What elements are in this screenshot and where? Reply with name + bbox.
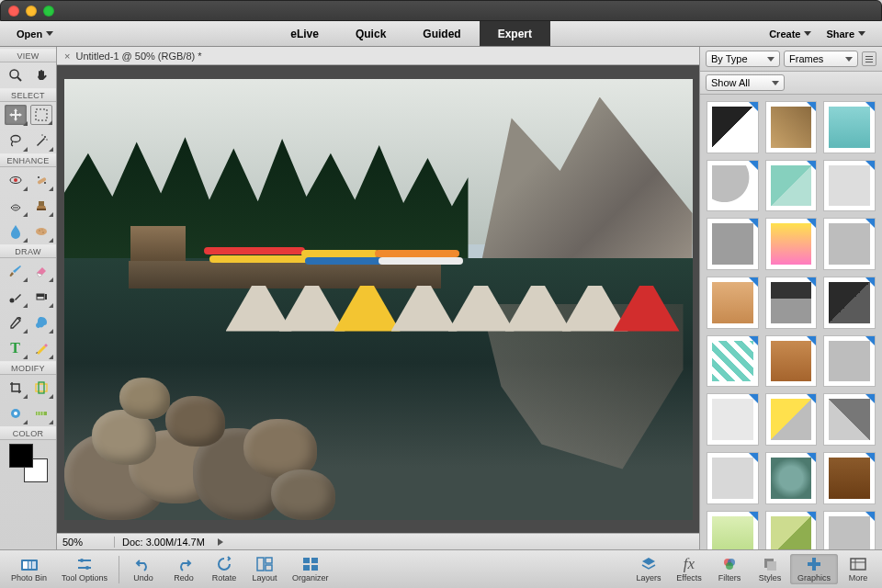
marquee-tool[interactable] — [30, 105, 52, 125]
canvas[interactable] — [64, 79, 693, 520]
mode-tab-guided[interactable]: Guided — [404, 21, 479, 46]
cookie-cutter-tool[interactable] — [5, 403, 27, 424]
close-window-icon[interactable] — [8, 6, 19, 17]
clone-stamp-tool[interactable] — [30, 196, 52, 216]
layout-button[interactable]: Layout — [244, 554, 285, 584]
sort-dropdown[interactable]: By Type — [706, 51, 780, 67]
mode-tab-expert[interactable]: Expert — [480, 21, 550, 46]
button-label: Photo Bin — [11, 573, 47, 582]
play-icon[interactable] — [218, 538, 223, 546]
organizer-button[interactable]: Organizer — [285, 554, 336, 584]
share-menu[interactable]: Share — [820, 25, 871, 43]
frame-thumbnail[interactable] — [765, 452, 818, 504]
frame-thumbnail[interactable] — [765, 511, 818, 549]
styles-button[interactable]: Styles — [750, 554, 790, 584]
frame-thumbnail[interactable] — [707, 335, 759, 388]
frame-thumbnail[interactable] — [707, 511, 759, 549]
color-swatches[interactable] — [9, 444, 48, 482]
redeye-tool[interactable] — [5, 170, 27, 190]
frame-thumbnail[interactable] — [765, 101, 818, 153]
frame-thumbnail[interactable] — [823, 160, 876, 212]
spot-heal-tool[interactable] — [30, 170, 52, 190]
frame-thumbnail[interactable] — [765, 218, 818, 270]
frame-thumbnail[interactable] — [823, 277, 876, 329]
redo-button[interactable]: Redo — [164, 554, 204, 584]
panel-menu-icon[interactable] — [862, 51, 876, 66]
frame-thumbnail[interactable] — [823, 452, 876, 504]
svg-point-0 — [10, 70, 18, 78]
paint-bucket-tool[interactable] — [30, 287, 52, 307]
svg-rect-12 — [39, 201, 44, 206]
tool-header-draw: DRAW — [0, 244, 56, 258]
layers-button[interactable]: Layers — [628, 554, 669, 584]
zoom-value[interactable]: 50% — [62, 537, 105, 548]
photo-bin-button[interactable]: Photo Bin — [4, 554, 54, 584]
blur-tool[interactable] — [5, 221, 27, 242]
button-label: Graphics — [797, 573, 831, 582]
pencil-tool[interactable] — [5, 287, 27, 307]
svg-point-18 — [9, 299, 14, 303]
text-tool[interactable]: T — [5, 338, 27, 358]
button-label: Organizer — [292, 573, 329, 582]
mode-tab-quick[interactable]: Quick — [337, 21, 404, 46]
hand-tool[interactable] — [30, 65, 52, 85]
frame-thumbnail[interactable] — [823, 218, 876, 270]
frame-thumbnail[interactable] — [707, 452, 759, 504]
rotate-button[interactable]: Rotate — [204, 554, 244, 584]
eraser-tool[interactable] — [30, 261, 52, 281]
document-tab[interactable]: × Untitled-1 @ 50% (RGB/8) * — [57, 47, 209, 64]
frame-thumbnail[interactable] — [765, 277, 818, 329]
close-tab-icon[interactable]: × — [64, 51, 70, 62]
svg-point-47 — [726, 562, 733, 570]
pen-tool[interactable] — [30, 338, 52, 358]
frame-thumbnail[interactable] — [823, 393, 876, 446]
graphics-button[interactable]: Graphics — [790, 554, 838, 584]
svg-point-8 — [14, 178, 17, 182]
magic-wand-tool[interactable] — [30, 130, 52, 151]
category-dropdown[interactable]: Frames — [784, 51, 858, 67]
filters-button[interactable]: Filters — [709, 554, 750, 584]
recompose-tool[interactable] — [30, 378, 52, 398]
fullscreen-window-icon[interactable] — [43, 6, 54, 17]
canvas-viewport[interactable] — [57, 65, 699, 533]
minimize-window-icon[interactable] — [26, 6, 37, 17]
move-tool[interactable] — [5, 105, 27, 125]
frame-thumbnail[interactable] — [823, 101, 876, 153]
straighten-tool[interactable] — [30, 403, 52, 424]
shape-tool[interactable] — [30, 312, 52, 333]
frame-thumbnail[interactable] — [707, 393, 759, 446]
category-label: Frames — [789, 53, 823, 64]
graphics-panel: By Type Frames Show All — [700, 47, 882, 549]
create-menu[interactable]: Create — [763, 25, 817, 43]
mode-tab-elive[interactable]: eLive — [272, 21, 337, 46]
more-button[interactable]: More — [838, 554, 878, 584]
frame-thumbnail[interactable] — [765, 335, 818, 388]
frame-thumbnail[interactable] — [707, 218, 759, 270]
frame-thumbnail[interactable] — [765, 393, 818, 446]
frame-thumbnail-grid — [700, 95, 882, 549]
frame-thumbnail[interactable] — [707, 277, 759, 329]
frame-thumbnail[interactable] — [765, 160, 818, 212]
zoom-tool[interactable] — [5, 65, 27, 85]
frame-thumbnail[interactable] — [707, 101, 759, 153]
sponge-tool[interactable] — [30, 221, 52, 242]
tool-header-select: SELECT — [0, 88, 56, 102]
svg-rect-49 — [767, 561, 776, 571]
frame-thumbnail[interactable] — [823, 335, 876, 388]
svg-rect-44 — [311, 565, 318, 571]
eyedropper-tool[interactable] — [5, 312, 27, 333]
frame-thumbnail[interactable] — [823, 511, 876, 549]
whiten-tool[interactable] — [5, 196, 27, 216]
undo-button[interactable]: Undo — [123, 554, 164, 584]
svg-rect-43 — [303, 565, 310, 571]
filter-dropdown[interactable]: Show All — [706, 74, 785, 91]
effects-button[interactable]: fxEffects — [669, 554, 709, 584]
lasso-tool[interactable] — [5, 130, 27, 151]
frame-thumbnail[interactable] — [707, 160, 759, 212]
tool-options-button[interactable]: Tool Options — [54, 554, 115, 584]
foreground-color-swatch[interactable] — [9, 444, 33, 468]
open-menu[interactable]: Open — [11, 25, 59, 43]
brush-tool[interactable] — [5, 261, 27, 281]
svg-point-14 — [36, 228, 47, 235]
crop-tool[interactable] — [5, 378, 27, 398]
